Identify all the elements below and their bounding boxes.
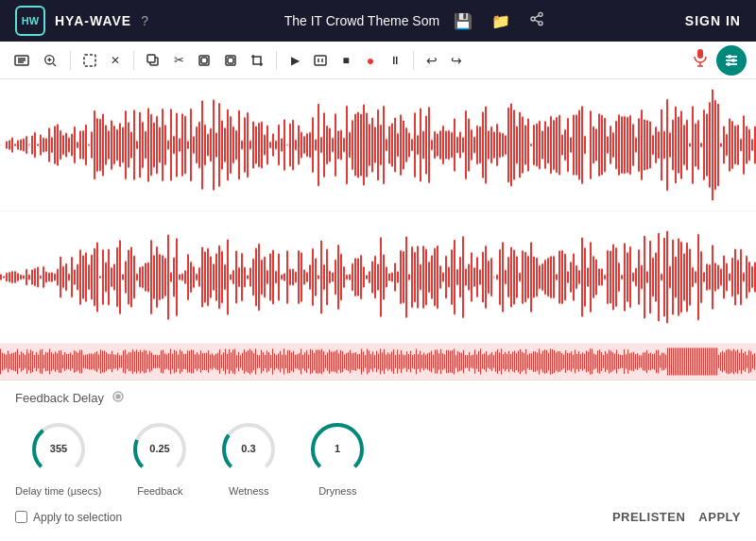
- svg-line-3: [535, 20, 540, 23]
- crop-button[interactable]: [246, 49, 268, 72]
- svg-rect-19: [228, 58, 233, 63]
- svg-rect-20: [315, 56, 326, 65]
- effects-toggle-icon[interactable]: [112, 390, 125, 406]
- toolbar: ✕ ✂ ▶ ■ ● ⏸ ↩ ↪: [0, 42, 756, 79]
- pause-button[interactable]: ⏸: [385, 49, 405, 72]
- svg-point-31: [727, 62, 730, 66]
- svg-line-4: [535, 15, 540, 18]
- header-left: HW HYA-WAVE ?: [15, 6, 148, 36]
- knob-delay-time: Delay time (µsecs): [15, 419, 101, 497]
- apply-button[interactable]: APPLY: [698, 510, 741, 524]
- paste-right-button[interactable]: [219, 49, 242, 72]
- sep3: [276, 51, 277, 70]
- record-button[interactable]: ●: [360, 49, 381, 72]
- apply-selection-group: Apply to selection: [15, 511, 122, 524]
- prelisten-button[interactable]: PRELISTEN: [612, 510, 685, 524]
- sep1: [70, 51, 71, 70]
- save-icon[interactable]: 💾: [449, 10, 477, 32]
- effects-title: Feedback Delay: [15, 391, 104, 405]
- undo-button[interactable]: ↩: [421, 49, 442, 72]
- redo-button[interactable]: ↪: [446, 49, 467, 72]
- knob-delay-time-label: Delay time (µsecs): [15, 485, 101, 497]
- svg-rect-23: [697, 49, 703, 59]
- effects-title-row: Feedback Delay: [15, 390, 741, 406]
- svg-rect-13: [84, 55, 95, 66]
- zoom-in-button[interactable]: [38, 49, 62, 72]
- knob-feedback: Feedback: [129, 419, 190, 497]
- cut-button[interactable]: ✂: [168, 49, 189, 72]
- equalizer-button[interactable]: [716, 45, 747, 76]
- logo-abbr: HW: [22, 15, 39, 26]
- logo-box[interactable]: HW: [15, 6, 45, 36]
- knob-wetness: Wetness: [218, 419, 279, 497]
- effects-panel: Feedback Delay Delay time (µsecs) Feedba…: [0, 380, 756, 535]
- knobs-row: Delay time (µsecs) Feedback Wetness Dryn…: [15, 419, 741, 497]
- app-header: HW HYA-WAVE ? The IT Crowd Theme Som 💾 📁…: [0, 0, 756, 42]
- svg-point-29: [728, 55, 731, 59]
- svg-point-2: [539, 22, 542, 25]
- toolbar-right: [692, 45, 747, 76]
- file-title: The IT Crowd Theme Som: [284, 13, 439, 28]
- select-all-button[interactable]: [78, 49, 101, 72]
- waveform-track-bottom[interactable]: [0, 211, 756, 344]
- effects-footer: Apply to selection PRELISTEN APPLY: [15, 510, 741, 524]
- play-button[interactable]: ▶: [284, 49, 305, 72]
- waveform-track-top[interactable]: [0, 79, 756, 211]
- mic-icon[interactable]: [692, 48, 709, 72]
- share-icon[interactable]: [524, 9, 549, 32]
- app-name: HYA-WAVE: [55, 13, 131, 28]
- svg-line-10: [53, 63, 56, 66]
- stop-button[interactable]: ■: [335, 49, 356, 72]
- knob-dryness-label: Dryness: [318, 485, 356, 497]
- svg-point-1: [531, 17, 535, 21]
- copy-button[interactable]: [142, 49, 164, 72]
- svg-rect-17: [201, 58, 207, 63]
- knob-wetness-label: Wetness: [229, 485, 269, 497]
- paste-left-button[interactable]: [193, 49, 215, 72]
- svg-point-33: [116, 395, 120, 398]
- waveform-container: [0, 79, 756, 380]
- folder-icon[interactable]: 📁: [487, 10, 515, 32]
- sep4: [413, 51, 414, 70]
- help-icon[interactable]: ?: [141, 13, 148, 28]
- sep2: [133, 51, 134, 70]
- svg-rect-15: [147, 55, 155, 62]
- zoom-fit-button[interactable]: [9, 49, 34, 72]
- apply-selection-label[interactable]: Apply to selection: [33, 511, 122, 524]
- apply-selection-checkbox[interactable]: [15, 511, 27, 523]
- deselect-button[interactable]: ✕: [105, 49, 126, 72]
- svg-point-30: [731, 59, 735, 62]
- loop-button[interactable]: [309, 49, 332, 72]
- minimap-track[interactable]: [0, 344, 756, 380]
- svg-point-0: [539, 12, 542, 16]
- sign-in-button[interactable]: SIGN IN: [685, 13, 741, 28]
- header-center: The IT Crowd Theme Som 💾 📁: [284, 9, 549, 32]
- knob-dryness: Dryness: [307, 419, 368, 497]
- knob-feedback-label: Feedback: [137, 485, 182, 497]
- footer-actions: PRELISTEN APPLY: [612, 510, 741, 524]
